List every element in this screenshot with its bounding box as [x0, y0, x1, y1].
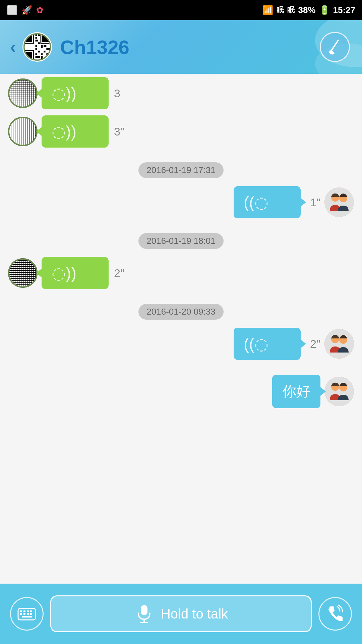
- chat-title: Ch1326: [60, 36, 129, 58]
- table-row: ◌)) 2": [8, 257, 354, 289]
- message-timestamp: 2016-01-20 09:33: [8, 304, 354, 320]
- message-timestamp: 2016-01-19 18:01: [8, 233, 354, 249]
- table-row: 1" ((◌: [8, 186, 354, 218]
- table-row: 你好: [8, 375, 354, 408]
- chat-header: ‹: [0, 20, 362, 74]
- svg-rect-21: [44, 51, 45, 52]
- svg-rect-18: [36, 48, 37, 50]
- voice-duration: 2": [310, 337, 320, 351]
- svg-rect-11: [36, 37, 37, 39]
- hold-to-talk-button[interactable]: Hold to talk: [50, 595, 312, 632]
- sim2-icon: 眠: [287, 5, 295, 15]
- voice-wave-icon: ◌)): [52, 122, 76, 141]
- voice-duration: 1": [310, 196, 320, 209]
- avatar: [8, 78, 38, 108]
- message-text: 你好: [282, 383, 310, 399]
- avatar: [324, 187, 354, 217]
- voice-message-bubble[interactable]: ((◌: [234, 186, 301, 218]
- svg-rect-16: [44, 45, 46, 47]
- text-message-bubble: 你好: [272, 375, 320, 408]
- status-bar-right: 📶 眠 眠 38% 🔋 15:27: [262, 5, 355, 15]
- table-row: ◌)) 3: [8, 77, 354, 109]
- back-button[interactable]: ‹: [10, 37, 16, 57]
- microphone-icon: [134, 604, 154, 624]
- svg-point-36: [324, 377, 354, 406]
- voice-message-bubble[interactable]: ((◌: [234, 328, 301, 360]
- voice-message-bubble[interactable]: ◌)): [42, 115, 109, 148]
- svg-rect-14: [38, 42, 40, 44]
- table-row: 2" ((◌: [8, 328, 354, 360]
- svg-rect-23: [36, 53, 37, 55]
- keyboard-button[interactable]: [10, 597, 44, 631]
- pinwheel-icon: ✿: [36, 5, 44, 15]
- svg-point-33: [324, 329, 354, 359]
- voice-duration: 3": [114, 125, 124, 138]
- voice-wave-icon: ◌)): [52, 264, 76, 282]
- user-avatar-image: [324, 329, 354, 359]
- svg-rect-13: [36, 45, 37, 47]
- svg-rect-12: [36, 40, 38, 41]
- voice-duration: 3: [114, 87, 120, 100]
- svg-rect-19: [38, 51, 40, 52]
- avatar: [8, 117, 38, 146]
- voice-wave-icon: ◌)): [52, 84, 76, 103]
- svg-rect-17: [47, 48, 50, 50]
- svg-rect-40: [20, 610, 22, 612]
- avatar: [324, 377, 354, 406]
- status-bar: ⬜ 🚀 ✿ 📶 眠 眠 38% 🔋 15:27: [0, 0, 362, 20]
- svg-rect-49: [141, 605, 147, 615]
- svg-rect-47: [30, 613, 32, 615]
- svg-point-30: [324, 187, 354, 217]
- clean-button[interactable]: [320, 32, 350, 62]
- avatar: [8, 258, 38, 288]
- svg-rect-42: [27, 610, 29, 612]
- contact-avatar: [22, 32, 52, 62]
- call-button[interactable]: [318, 597, 352, 631]
- wifi-icon: 📶: [262, 5, 273, 15]
- svg-rect-24: [36, 56, 40, 58]
- rocket-icon: 🚀: [21, 5, 32, 15]
- voice-duration: 2": [114, 267, 124, 280]
- user-avatar-image: [324, 187, 354, 217]
- hold-to-talk-label: Hold to talk: [161, 606, 228, 622]
- svg-rect-41: [23, 610, 25, 612]
- svg-rect-43: [30, 610, 32, 612]
- avatar: [324, 329, 354, 359]
- sim1-icon: 眠: [277, 5, 284, 15]
- svg-rect-44: [20, 613, 22, 615]
- svg-rect-45: [23, 613, 25, 615]
- bottom-toolbar: Hold to talk: [0, 584, 362, 644]
- message-timestamp: 2016-01-19 17:31: [8, 162, 354, 178]
- battery-icon: 🔋: [319, 5, 330, 15]
- svg-rect-46: [27, 613, 29, 615]
- voice-wave-icon: ((◌: [244, 193, 268, 212]
- table-row: ◌)) 3": [8, 115, 354, 148]
- battery-percent: 38%: [298, 5, 315, 15]
- voice-message-bubble[interactable]: ◌)): [42, 77, 109, 109]
- chat-messages-area: ◌)) 3 ◌)) 3" 2016-01-19 17:31: [0, 74, 362, 584]
- voice-message-bubble[interactable]: ◌)): [42, 257, 109, 289]
- svg-rect-48: [22, 616, 32, 618]
- svg-rect-15: [41, 45, 43, 48]
- user-avatar-image: [324, 377, 354, 406]
- status-bar-left: ⬜ 🚀 ✿: [7, 5, 44, 15]
- voice-wave-icon: ((◌: [244, 334, 268, 353]
- svg-rect-20: [41, 53, 43, 55]
- time-display: 15:27: [333, 5, 356, 15]
- svg-line-28: [331, 40, 338, 50]
- gallery-icon: ⬜: [7, 5, 17, 15]
